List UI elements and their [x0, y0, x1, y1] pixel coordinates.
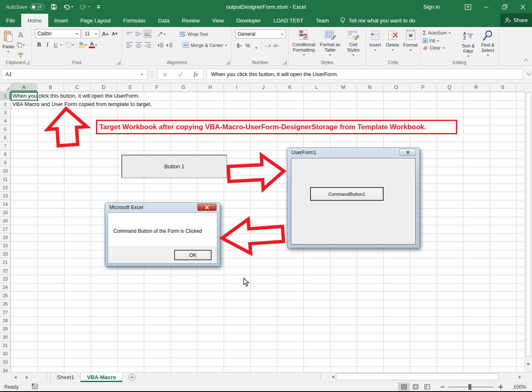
row-header[interactable]: 21: [0, 258, 10, 266]
row-header[interactable]: 12: [0, 183, 10, 192]
ribbon-tab[interactable]: LOAD TEST: [267, 14, 310, 27]
format-cells-button[interactable]: Format: [401, 28, 419, 58]
undo-button[interactable]: [63, 4, 74, 10]
insert-function-button[interactable]: fx: [194, 71, 198, 78]
tell-me-box[interactable]: Tell me what you want to do: [335, 14, 420, 27]
ribbon-tab[interactable]: Page Layout: [74, 14, 117, 27]
row-header[interactable]: 19: [0, 242, 10, 250]
view-normal-button[interactable]: [398, 382, 410, 391]
view-page-layout-button[interactable]: [410, 382, 421, 391]
ribbon-tab[interactable]: Developer: [230, 14, 267, 27]
column-header[interactable]: C: [64, 83, 91, 91]
msgbox-close-button[interactable]: [197, 204, 217, 211]
row-header[interactable]: 11: [0, 175, 10, 183]
zoom-level[interactable]: 100%: [509, 384, 526, 390]
column-header[interactable]: J: [250, 83, 277, 91]
column-header[interactable]: R: [463, 83, 490, 91]
formula-input[interactable]: When you click this button, it will open…: [207, 69, 523, 80]
column-header[interactable]: S: [490, 83, 516, 91]
row-header[interactable]: 31: [0, 341, 10, 350]
insert-cells-button[interactable]: Insert: [367, 28, 384, 58]
save-button[interactable]: [51, 4, 57, 10]
comma-button[interactable]: ,: [252, 41, 260, 50]
borders-button[interactable]: [65, 40, 75, 49]
cell-styles-button[interactable]: Cell Styles: [342, 28, 364, 58]
column-header[interactable]: K: [277, 83, 303, 91]
userform-window[interactable]: UserForm1 CommandButton1: [287, 148, 420, 248]
orientation-button[interactable]: [156, 30, 167, 38]
scroll-left-icon[interactable]: [328, 373, 336, 380]
worksheet-grid[interactable]: ABCDEFGHIJKLMNOPQRS 12345678910111213141…: [0, 83, 532, 372]
copy-button[interactable]: [16, 40, 26, 49]
font-color-button[interactable]: A: [88, 40, 98, 49]
autosum-button[interactable]: Σ AutoSum: [421, 29, 458, 37]
font-size-combo[interactable]: 11: [82, 29, 100, 38]
row-header[interactable]: 5: [0, 125, 10, 133]
row-header[interactable]: 26: [0, 300, 10, 308]
top-align-button[interactable]: [125, 30, 133, 38]
row-header[interactable]: 14: [0, 200, 10, 208]
vertical-scrollbar[interactable]: [525, 83, 532, 372]
scroll-up-icon[interactable]: [527, 86, 530, 89]
horizontal-scrollbar[interactable]: [328, 373, 525, 381]
currency-button[interactable]: $: [235, 41, 244, 50]
ribbon-tab[interactable]: Home: [21, 14, 48, 27]
column-header[interactable]: E: [117, 83, 144, 91]
column-header[interactable]: H: [197, 83, 224, 91]
increase-indent-button[interactable]: [165, 41, 174, 49]
number-format-combo[interactable]: General: [235, 30, 286, 39]
scroll-down-icon[interactable]: [527, 366, 530, 370]
conditional-formatting-button[interactable]: Conditional Formatting: [290, 28, 318, 58]
column-header[interactable]: B: [37, 83, 64, 91]
fill-color-button[interactable]: [78, 40, 88, 49]
percent-button[interactable]: %: [244, 41, 252, 50]
column-header[interactable]: F: [144, 83, 170, 91]
row-header[interactable]: 10: [0, 167, 10, 175]
number-dialog-launcher[interactable]: [283, 60, 287, 64]
align-left-button[interactable]: [125, 41, 133, 49]
row-header[interactable]: 33: [0, 358, 10, 366]
zoom-slider[interactable]: [448, 387, 493, 387]
row-header[interactable]: 17: [0, 225, 10, 233]
macro-record-button[interactable]: [31, 383, 38, 390]
row-header[interactable]: 30: [0, 333, 10, 341]
fill-button[interactable]: Fill: [421, 38, 458, 44]
column-header[interactable]: O: [383, 83, 410, 91]
font-name-combo[interactable]: Calibri: [35, 29, 81, 38]
ok-button[interactable]: OK: [174, 250, 212, 260]
row-header[interactable]: 34: [0, 366, 10, 372]
zoom-slider-handle[interactable]: [468, 384, 471, 390]
sheet-nav-right-icon[interactable]: [26, 376, 30, 379]
ribbon-tab[interactable]: Insert: [48, 14, 74, 27]
autosave-toggle[interactable]: AutoSave Off: [6, 4, 44, 10]
wrap-text-button[interactable]: Wrap Text: [178, 31, 209, 37]
share-button[interactable]: Share: [500, 13, 532, 27]
row-header[interactable]: 9: [0, 158, 10, 167]
vertical-scrollbar-thumb[interactable]: [526, 92, 531, 357]
zoom-out-button[interactable]: [441, 387, 444, 387]
ribbon-tab[interactable]: Review: [176, 14, 206, 27]
increase-font-button[interactable]: A: [101, 30, 109, 38]
row-header[interactable]: 4: [0, 117, 10, 125]
autosave-switch[interactable]: Off: [30, 4, 44, 10]
row-header[interactable]: 1: [0, 92, 10, 100]
row-header[interactable]: 7: [0, 142, 10, 150]
row-header[interactable]: 22: [0, 266, 10, 275]
decrease-font-button[interactable]: A: [111, 30, 119, 38]
row-header[interactable]: 24: [0, 283, 10, 291]
increase-decimal-button[interactable]: ←.0: [263, 41, 272, 50]
expand-formula-bar-icon[interactable]: [526, 71, 531, 75]
sort-filter-button[interactable]: AZ Sort & Filter: [458, 29, 478, 59]
ribbon-tab[interactable]: Team: [310, 14, 335, 27]
clear-button[interactable]: Clear: [421, 45, 458, 51]
row-header[interactable]: 13: [0, 192, 10, 200]
userform-close-button[interactable]: [399, 149, 416, 156]
sheet-tab[interactable]: VBA-Macro: [81, 372, 123, 382]
fill-handle[interactable]: [36, 99, 39, 101]
row-header[interactable]: 6: [0, 133, 10, 142]
msgbox-window[interactable]: Microsoft Excel Command Button of the Fo…: [105, 202, 220, 266]
alignment-dialog-launcher[interactable]: [226, 60, 230, 64]
restore-button[interactable]: [495, 0, 514, 14]
merge-center-button[interactable]: Merge & Center: [181, 42, 229, 48]
collapse-ribbon-button[interactable]: [524, 59, 528, 63]
